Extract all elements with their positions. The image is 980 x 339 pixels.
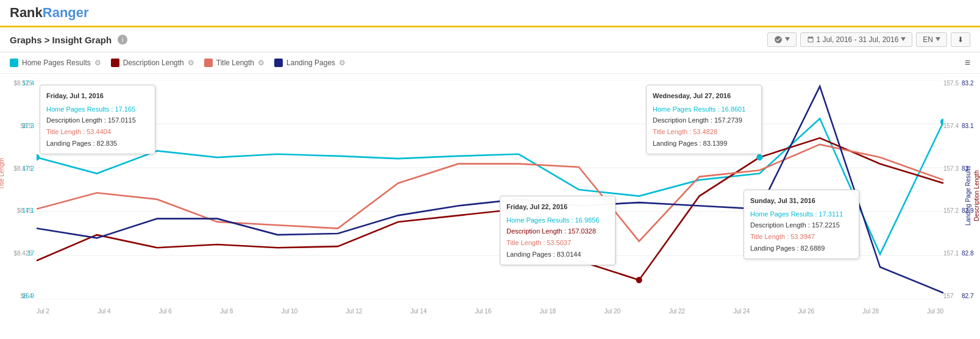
y-home-label-2: 17.3 [23, 123, 34, 129]
y-desc-label-5: 157.1 [943, 250, 959, 257]
dot-home-jul31 [940, 119, 943, 126]
home-pages-line [37, 119, 943, 254]
y-landing-label-6: 82.7 [962, 293, 973, 299]
logo-rank: Rank [10, 5, 43, 20]
legend-landing-pages[interactable]: Landing Pages ⚙ [274, 59, 346, 67]
legend-home-pages[interactable]: Home Pages Results ⚙ [10, 59, 101, 67]
legend-dot-title [204, 59, 213, 67]
y-desc-label-1: 157.5 [943, 80, 959, 87]
dot-home-jul27 [756, 154, 762, 161]
gear-icon-title[interactable]: ⚙ [258, 59, 265, 67]
x-label-jul30: Jul 30 [927, 308, 943, 315]
y-axis-home-results: 17.4 17.3 17.2 17.1 17 16.9 [17, 80, 34, 299]
logo: RankRanger [10, 5, 89, 21]
date-range-button[interactable]: 1 Jul, 2016 - 31 Jul, 2016 [800, 32, 913, 47]
legend-dot-home [10, 59, 18, 67]
gear-icon-desc[interactable]: ⚙ [188, 59, 194, 67]
y-axis-title-length-label: Title Length [0, 158, 5, 190]
legend-row: Home Pages Results ⚙ Description Length … [0, 52, 980, 74]
landing-pages-line [37, 87, 943, 293]
info-icon[interactable]: i [118, 35, 127, 45]
x-label-jul22: Jul 22 [669, 308, 685, 315]
x-label-jul20: Jul 20 [604, 308, 620, 315]
legend-dot-landing [274, 59, 283, 67]
y-axis-desc-title: Description Length [973, 170, 980, 221]
download-button[interactable]: ⬇ [951, 32, 970, 47]
toolbar-left: Graphs > Insight Graph i [10, 35, 127, 45]
y-home-label-5: 17 [27, 250, 34, 257]
profile-button[interactable] [767, 32, 797, 47]
x-axis: Jul 2 Jul 4 Jul 6 Jul 8 Jul 10 Jul 12 Ju… [37, 308, 943, 315]
legend-label-landing: Landing Pages [286, 59, 335, 67]
y-landing-label-5: 82.8 [962, 250, 973, 257]
legend-title-length[interactable]: Title Length ⚙ [204, 59, 265, 67]
y-desc-label-4: 157.2 [943, 207, 959, 214]
y-axis-right-desc: 157.5 157.4 157.3 157.2 157.1 157 [943, 80, 962, 299]
x-label-jul10: Jul 10 [282, 308, 298, 315]
x-label-jul24: Jul 24 [733, 308, 750, 315]
legend-dot-desc [111, 59, 119, 67]
x-label-jul8: Jul 8 [220, 308, 233, 315]
x-label-jul14: Jul 14 [411, 308, 427, 315]
dot-home-jul1 [37, 154, 40, 161]
language-button[interactable]: EN [916, 32, 947, 47]
x-label-jul28: Jul 28 [862, 308, 879, 315]
title-length-line [37, 145, 943, 241]
x-label-jul2: Jul 2 [37, 308, 49, 315]
logo-ranger: Ranger [43, 5, 89, 20]
legend-label-title: Title Length [216, 59, 254, 67]
desc-length-line [37, 138, 943, 280]
x-label-jul12: Jul 12 [346, 308, 363, 315]
y-home-label-1: 17.4 [23, 80, 34, 87]
x-label-jul26: Jul 26 [798, 308, 814, 315]
y-home-label-3: 17.2 [23, 165, 34, 172]
y-desc-label-6: 157 [943, 293, 954, 299]
download-icon: ⬇ [957, 35, 964, 44]
chart-svg [37, 80, 943, 299]
y-landing-label-2: 83.1 [962, 123, 973, 129]
y-desc-label-2: 157.4 [943, 123, 959, 129]
y-home-label-4: 17.1 [23, 207, 34, 214]
date-range-label: 1 Jul, 2016 - 31 Jul, 2016 [817, 35, 899, 44]
gear-icon-home[interactable]: ⚙ [94, 59, 101, 67]
language-label: EN [923, 35, 933, 44]
gear-icon-landing[interactable]: ⚙ [339, 59, 346, 67]
breadcrumb: Graphs > Insight Graph [10, 35, 112, 45]
hamburger-menu[interactable]: ≡ [965, 57, 970, 68]
y-axis-landing-title: Landing Page Results [965, 166, 971, 226]
dot-desc-jul22 [636, 277, 642, 284]
x-label-jul4: Jul 4 [98, 308, 110, 315]
top-header: RankRanger [0, 0, 980, 27]
y-home-label-6: 16.9 [23, 293, 34, 299]
y-landing-label-1: 83.2 [962, 80, 973, 87]
x-label-jul6: Jul 6 [159, 308, 172, 315]
chart-container: Title Length $8.525 $8.5 $8.475 $8.45 $8… [0, 74, 980, 318]
y-desc-label-3: 157.3 [943, 165, 959, 172]
legend-label-home: Home Pages Results [22, 59, 91, 67]
x-label-jul16: Jul 16 [475, 308, 492, 315]
toolbar: Graphs > Insight Graph i 1 Jul, 2016 - 3… [0, 27, 980, 52]
x-label-jul18: Jul 18 [540, 308, 556, 315]
legend-desc-length[interactable]: Description Length ⚙ [111, 59, 194, 67]
legend-label-desc: Description Length [123, 59, 184, 67]
toolbar-right: 1 Jul, 2016 - 31 Jul, 2016 EN ⬇ [767, 32, 970, 47]
